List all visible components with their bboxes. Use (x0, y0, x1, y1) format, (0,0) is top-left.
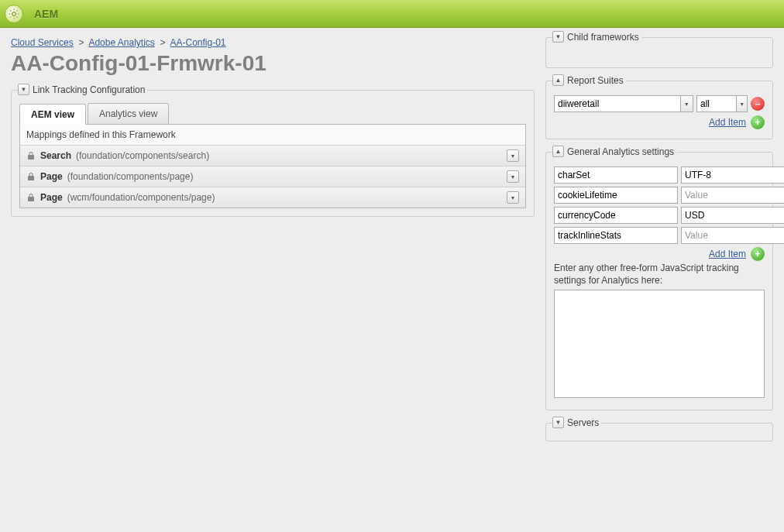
breadcrumb-cloud-services[interactable]: Cloud Services (11, 37, 74, 48)
expand-button[interactable]: ▼ (507, 191, 519, 204)
panel-title: Report Suites (567, 75, 624, 86)
link-tracking-panel: ▼ Link Tracking Configuration AEM view A… (11, 90, 535, 217)
top-bar: AEM (0, 0, 784, 28)
collapse-toggle[interactable]: ▼ (552, 31, 564, 43)
svg-point-0 (12, 12, 16, 15)
report-suite-row: ▼ ▼ – (554, 95, 765, 112)
breadcrumb-adobe-analytics[interactable]: Adobe Analytics (88, 37, 154, 48)
add-item-link[interactable]: Add Item (709, 249, 746, 259)
panel-title: Link Tracking Configuration (33, 84, 145, 95)
collapse-toggle[interactable]: ▼ (552, 417, 564, 428)
mapping-row[interactable]: Page (wcm/foundation/components/page) ▼ (20, 187, 525, 208)
add-item-link[interactable]: Add Item (709, 117, 746, 128)
panel-title: Child frameworks (567, 32, 639, 43)
setting-row: – (554, 187, 765, 204)
collapse-toggle[interactable]: ▲ (552, 74, 564, 86)
svg-line-7 (10, 16, 11, 17)
remove-button[interactable]: – (751, 97, 765, 111)
svg-line-6 (17, 16, 18, 17)
general-settings-panel: ▲ General Analytics settings – – – (545, 152, 773, 410)
freeform-code-input[interactable] (554, 290, 765, 398)
mapping-name: Page (40, 192, 63, 203)
chevron-down-icon[interactable]: ▼ (681, 95, 693, 112)
panel-title: Servers (567, 417, 599, 428)
setting-key-input[interactable] (554, 187, 678, 204)
breadcrumb: Cloud Services > Adobe Analytics > AA-Co… (11, 37, 535, 48)
lock-icon (26, 151, 36, 160)
report-suite-combo[interactable]: ▼ (554, 95, 693, 112)
svg-line-8 (17, 10, 18, 11)
mapping-row[interactable]: Page (foundation/components/page) ▼ (20, 166, 525, 187)
setting-value-input[interactable] (681, 166, 784, 184)
breadcrumb-config[interactable]: AA-Config-01 (170, 37, 226, 48)
servers-panel: ▼ Servers (545, 423, 773, 441)
page-title: AA-Config-01-Frmwrk-01 (11, 51, 535, 76)
run-mode-input[interactable] (696, 95, 737, 112)
panel-title: General Analytics settings (567, 146, 674, 157)
setting-value-input[interactable] (681, 207, 784, 224)
setting-key-input[interactable] (554, 166, 678, 184)
cog-icon (9, 9, 19, 19)
svg-line-5 (10, 10, 11, 11)
setting-row: – (554, 166, 765, 184)
setting-key-input[interactable] (554, 227, 678, 244)
lock-icon (26, 193, 36, 202)
mapping-name: Page (40, 171, 63, 182)
child-frameworks-panel: ▼ Child frameworks (545, 37, 773, 68)
tab-aem-view[interactable]: AEM view (19, 104, 86, 125)
add-button[interactable]: + (751, 115, 765, 129)
run-mode-combo[interactable]: ▼ (696, 95, 748, 112)
chevron-down-icon[interactable]: ▼ (737, 95, 748, 112)
setting-value-input[interactable] (681, 227, 784, 244)
report-suite-input[interactable] (554, 95, 681, 112)
add-button[interactable]: + (751, 247, 765, 261)
expand-button[interactable]: ▼ (507, 149, 519, 162)
mapping-path: (wcm/foundation/components/page) (67, 192, 215, 203)
mapping-path: (foundation/components/page) (67, 171, 194, 182)
setting-value-input[interactable] (681, 187, 784, 204)
tab-analytics-view[interactable]: Analytics view (88, 103, 169, 124)
lock-icon (26, 172, 36, 181)
mapping-row[interactable]: Search (foundation/components/search) ▼ (20, 145, 525, 166)
report-suites-panel: ▲ Report Suites ▼ ▼ – Add Item (545, 81, 773, 139)
setting-row: – (554, 207, 765, 224)
mapping-name: Search (40, 150, 71, 161)
collapse-toggle[interactable]: ▼ (18, 84, 29, 95)
app-logo (5, 5, 23, 23)
setting-key-input[interactable] (554, 207, 678, 224)
mapping-path: (foundation/components/search) (76, 150, 209, 161)
collapse-toggle[interactable]: ▲ (552, 146, 564, 157)
setting-row: – (554, 227, 765, 244)
mappings-heading: Mappings defined in this Framework (20, 125, 525, 145)
expand-button[interactable]: ▼ (507, 170, 519, 183)
freeform-help-text: Enter any other free-form JavaScript tra… (554, 263, 765, 287)
view-tabs: AEM view Analytics view (19, 103, 526, 125)
app-title: AEM (34, 8, 58, 20)
